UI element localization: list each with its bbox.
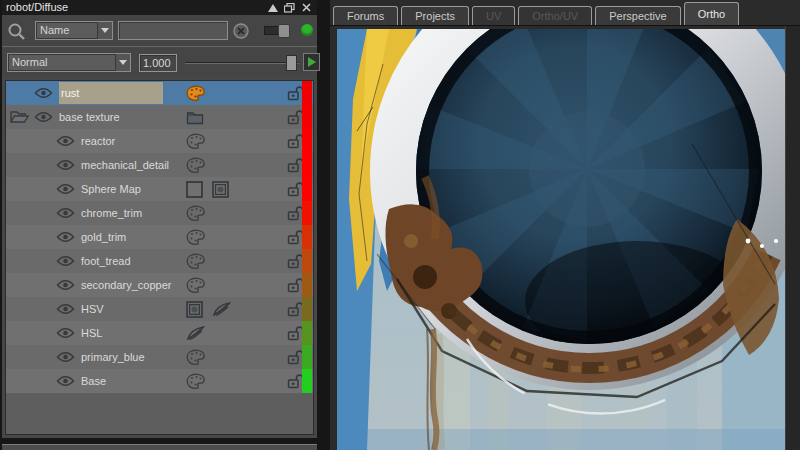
layer-name[interactable]: rust [59,82,163,104]
visibility-eye-icon[interactable] [56,279,75,291]
collapse-button[interactable] [266,2,279,13]
blend-toolbar: Normal 1.000 [2,48,317,78]
panel-titlebar[interactable]: robot/Diffuse [2,0,317,15]
layer-name[interactable]: mechanical_detail [81,159,169,171]
tab-label: Perspective [609,10,666,22]
layer-row-base[interactable]: Base [6,369,313,393]
layer-row-hsv[interactable]: HSV [6,297,313,321]
restore-button[interactable] [283,2,296,13]
layer-status-strip [302,345,312,369]
layer-status-strip [302,321,312,345]
opacity-value: 1.000 [143,57,171,69]
layer-name[interactable]: secondary_copper [81,279,172,291]
checker-map-icon [186,181,203,198]
palette-icon [186,133,206,150]
viewport-area: Forums Projects UV Ortho/UV Perspective … [330,0,800,450]
folder-open-icon[interactable] [10,110,29,126]
layers-panel: robot/Diffuse Name [2,0,317,438]
palette-orange-icon [186,85,206,102]
layer-name[interactable]: chrome_trim [81,207,142,219]
palette-icon [186,229,206,246]
opacity-slider-handle[interactable] [286,55,297,71]
restore-icon [284,3,295,13]
palette-icon [186,277,206,294]
visibility-eye-icon[interactable] [34,111,53,123]
dropdown-arrow-icon[interactable] [115,54,130,71]
palette-icon [186,205,206,222]
layer-row-foot-tread[interactable]: foot_tread [6,249,313,273]
visibility-eye-icon[interactable] [56,327,75,339]
close-button[interactable] [300,2,313,13]
layer-row-primary-blue[interactable]: primary_blue [6,345,313,369]
viewport-tabs: Forums Projects UV Ortho/UV Perspective … [330,0,800,26]
layer-status-strip [302,177,312,201]
clear-search-button[interactable] [233,23,249,43]
layer-status-strip [302,201,312,225]
clear-icon [233,23,249,39]
tab-forums[interactable]: Forums [333,6,398,25]
layer-list[interactable]: rust [5,80,314,435]
layer-row-sphere-map[interactable]: Sphere Map [6,177,313,201]
visibility-eye-icon[interactable] [56,207,75,219]
visibility-eye-icon[interactable] [56,255,75,267]
tab-ortho-uv: Ortho/UV [518,6,592,25]
tab-uv: UV [472,6,515,25]
tab-label: UV [486,10,501,22]
layer-name[interactable]: HSL [81,327,102,339]
tab-projects[interactable]: Projects [401,6,469,25]
viewport-right-margin [785,26,800,450]
layer-name[interactable]: reactor [81,135,115,147]
search-filter-value: Name [36,22,97,39]
visibility-eye-icon[interactable] [56,375,75,387]
sphere-map-icon [212,181,229,198]
layer-row-secondary-copper[interactable]: secondary_copper [6,273,313,297]
layer-name[interactable]: gold_trim [81,231,126,243]
layer-status-strip [302,369,312,393]
layer-row-base-texture[interactable]: base texture [6,105,313,129]
visibility-eye-icon[interactable] [56,159,75,171]
visibility-eye-icon[interactable] [34,87,53,99]
layer-status-strip [302,81,312,105]
layer-name[interactable]: Base [81,375,106,387]
toggle-knob[interactable] [278,24,290,38]
opacity-field[interactable]: 1.000 [139,54,177,72]
tab-label: Ortho/UV [532,10,578,22]
folder-icon [186,110,204,125]
viewport-render [337,29,785,450]
layer-status-strip [302,273,312,297]
layer-name[interactable]: foot_tread [81,255,131,267]
feather-icon [186,326,205,341]
layer-name[interactable]: base texture [59,111,120,123]
visibility-eye-icon[interactable] [56,351,75,363]
layer-row-gold-trim[interactable]: gold_trim [6,225,313,249]
visibility-eye-icon[interactable] [56,231,75,243]
layer-row-mechanical-detail[interactable]: mechanical_detail [6,153,313,177]
palette-icon [186,373,206,390]
blend-mode-dropdown[interactable]: Normal [7,53,131,72]
search-icon [7,22,26,45]
layer-row-chrome-trim[interactable]: chrome_trim [6,201,313,225]
layer-status-strip [302,105,312,129]
search-filter-dropdown[interactable]: Name [35,21,113,40]
layer-name[interactable]: Sphere Map [81,183,141,195]
layer-row-reactor[interactable]: reactor [6,129,313,153]
toggle-switch[interactable] [264,26,290,35]
search-input[interactable] [118,21,228,40]
layer-status-strip [302,129,312,153]
tab-ortho[interactable]: Ortho [684,2,740,25]
viewport-3d[interactable] [337,29,785,450]
opacity-slider[interactable] [185,62,299,64]
triangle-up-icon [268,4,278,12]
layer-name[interactable]: HSV [81,303,104,315]
visibility-eye-icon[interactable] [56,183,75,195]
layer-row-hsl[interactable]: HSL [6,321,313,345]
search-toolbar: Name [2,15,317,47]
visibility-eye-icon[interactable] [56,135,75,147]
dropdown-arrow-icon[interactable] [97,22,112,39]
tab-perspective[interactable]: Perspective [595,6,680,25]
layer-name[interactable]: primary_blue [81,351,145,363]
apply-button[interactable] [303,53,320,71]
palette-icon [186,157,206,174]
layer-row-rust[interactable]: rust [6,81,313,105]
visibility-eye-icon[interactable] [56,303,75,315]
